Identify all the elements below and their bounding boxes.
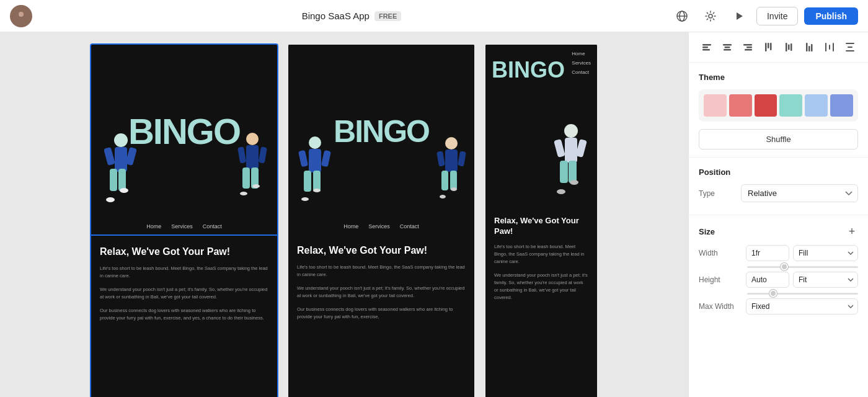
bingo-text-2: BINGO <box>334 116 429 147</box>
svg-rect-31 <box>445 149 458 172</box>
settings-icon-btn[interactable] <box>699 5 722 27</box>
frame-text1-1: Life's too short to be leash bound. Meet… <box>100 265 268 280</box>
svg-rect-54 <box>745 49 752 51</box>
svg-point-28 <box>301 197 309 201</box>
svg-point-20 <box>240 192 247 195</box>
svg-rect-61 <box>806 43 808 51</box>
publish-button[interactable]: Publish <box>804 7 858 25</box>
svg-rect-57 <box>770 43 772 50</box>
svg-rect-7 <box>115 147 127 172</box>
frame-content-3: Relax, We've Got Your Paw! Life's too sh… <box>485 206 597 318</box>
topbar-center: Bingo SaaS App FREE <box>302 11 402 21</box>
svg-rect-66 <box>833 43 834 51</box>
align-right-btn[interactable] <box>739 38 756 56</box>
swatch-1[interactable] <box>704 94 727 117</box>
svg-point-36 <box>440 195 446 198</box>
frame-text2-3: We understand your pooch isn't just a pe… <box>494 272 588 301</box>
bingo-text-3-partial: BINGO <box>492 57 565 83</box>
svg-rect-46 <box>702 44 711 46</box>
align-center-h-btn[interactable] <box>719 38 736 56</box>
align-toolbar <box>689 32 868 63</box>
frame-text2-1: We understand your pooch isn't just a pe… <box>100 286 268 301</box>
svg-rect-25 <box>313 171 321 192</box>
distribute-h-btn[interactable] <box>821 38 838 56</box>
frame-text1-2: Life's too short to be leash bound. Meet… <box>297 264 466 279</box>
frame-text1-3: Life's too short to be leash bound. Meet… <box>494 243 588 265</box>
page-frame-3[interactable]: Home Services Contact BINGO Relax, We've… <box>485 45 597 397</box>
theme-section: Theme Shuffle <box>689 63 868 158</box>
svg-rect-47 <box>702 47 708 48</box>
align-bottom-btn[interactable] <box>800 38 818 56</box>
height-input[interactable] <box>746 272 789 288</box>
svg-rect-65 <box>829 45 830 50</box>
swatch-6[interactable] <box>830 94 853 117</box>
canvas[interactable]: BINGO Home Services Contact <box>0 32 688 397</box>
frame-hero-3: Home Services Contact BINGO <box>485 45 597 206</box>
svg-rect-69 <box>846 50 854 51</box>
position-type-select[interactable]: Relative Absolute Fixed Sticky <box>741 184 858 202</box>
page-frame-2[interactable]: BINGO Home Services Contact Rel <box>288 45 474 397</box>
height-slider-track[interactable] <box>747 293 858 295</box>
svg-rect-10 <box>104 147 115 166</box>
svg-rect-48 <box>702 49 710 51</box>
svg-rect-58 <box>786 43 787 51</box>
swatch-4[interactable] <box>779 94 802 117</box>
height-slider-thumb[interactable] <box>769 290 777 297</box>
max-width-select[interactable]: Fixed Fill Fit <box>746 298 858 314</box>
width-slider-thumb[interactable] <box>781 263 788 270</box>
nav-contact-1: Contact <box>203 223 222 230</box>
svg-rect-41 <box>569 161 577 183</box>
align-middle-btn[interactable] <box>780 38 797 56</box>
frame-heading-1: Relax, We've Got Your Paw! <box>100 246 268 259</box>
frame-text2-2: We understand your pooch isn't just a pe… <box>297 285 466 300</box>
svg-rect-62 <box>808 46 810 51</box>
svg-point-30 <box>445 137 458 149</box>
svg-rect-52 <box>743 44 752 46</box>
swatch-3[interactable] <box>755 94 777 117</box>
size-add-btn[interactable]: + <box>846 225 858 238</box>
svg-rect-8 <box>110 169 117 191</box>
page-frame-1[interactable]: BINGO Home Services Contact <box>91 45 277 397</box>
shuffle-button[interactable]: Shuffle <box>699 129 858 149</box>
main-area: BINGO Home Services Contact <box>0 32 868 397</box>
svg-point-45 <box>570 180 578 185</box>
nav-bar-2: Home Services Contact <box>288 218 474 234</box>
height-label: Height <box>699 275 742 284</box>
topbar-left <box>10 5 32 27</box>
invite-button[interactable]: Invite <box>756 7 798 25</box>
svg-rect-35 <box>458 151 466 166</box>
height-unit-select[interactable]: Fit Fill Fixed Hug <box>793 272 858 288</box>
position-section: Position Type Relative Absolute Fixed St… <box>689 158 868 215</box>
position-title: Position <box>699 167 858 177</box>
svg-rect-49 <box>723 44 732 46</box>
svg-rect-40 <box>560 161 568 183</box>
align-left-btn[interactable] <box>698 38 715 56</box>
svg-rect-56 <box>768 43 769 48</box>
position-type-label: Type <box>699 189 736 198</box>
swatch-5[interactable] <box>805 94 828 117</box>
nav-bar-1: Home Services Contact <box>91 218 277 234</box>
svg-rect-51 <box>724 49 731 51</box>
width-slider-track[interactable] <box>747 266 858 268</box>
width-unit-select[interactable]: Fill Fixed Hug Fit <box>793 245 858 261</box>
svg-rect-15 <box>246 145 259 169</box>
align-top-btn[interactable] <box>760 38 777 56</box>
svg-rect-68 <box>848 47 852 48</box>
svg-point-37 <box>451 187 457 191</box>
play-icon-btn[interactable] <box>728 5 750 27</box>
frame-text3-2: Our business connects dog lovers with se… <box>297 306 466 321</box>
topbar-right: Invite Publish <box>671 5 858 27</box>
width-input[interactable] <box>746 245 789 261</box>
distribute-v-btn[interactable] <box>841 38 859 56</box>
globe-icon-btn[interactable] <box>671 5 693 27</box>
height-slider-row <box>699 293 858 295</box>
svg-point-4 <box>709 14 712 18</box>
size-title: Size <box>699 227 715 236</box>
avatar[interactable] <box>10 5 32 27</box>
swatch-2[interactable] <box>729 94 752 117</box>
frame-heading-2: Relax, We've Got Your Paw! <box>297 244 466 257</box>
svg-rect-63 <box>811 44 813 51</box>
svg-rect-19 <box>259 146 267 163</box>
walker-figure-right-2 <box>433 136 469 203</box>
height-row: Height Fit Fill Fixed Hug <box>699 272 858 288</box>
